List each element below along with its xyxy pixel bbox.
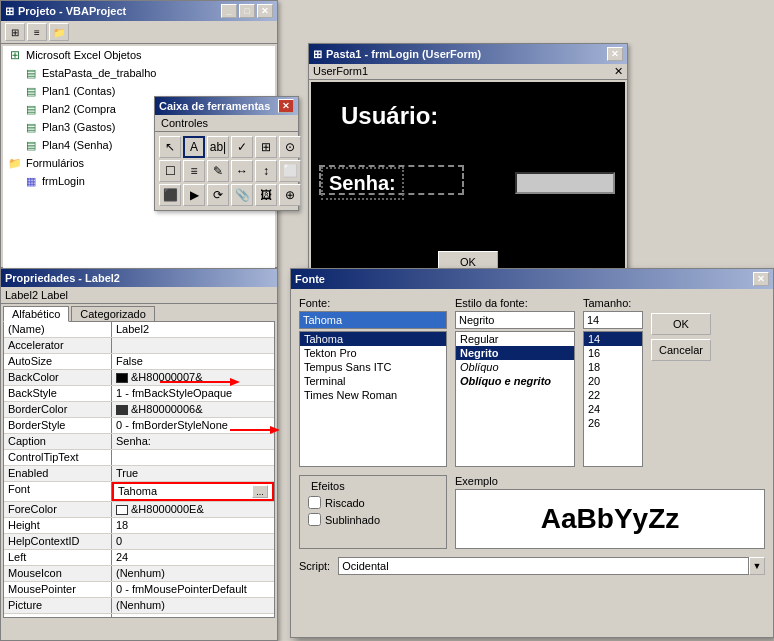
size-item-6[interactable]: 26 [584,416,642,430]
toolbox-close-btn[interactable]: ✕ [278,99,294,113]
props-subtitle: Label2 Label [5,289,68,301]
toolbox-tool-12[interactable]: ⬛ [159,184,181,206]
fonte-close-btn[interactable]: ✕ [753,272,769,286]
userform-title-bar: ⊞ Pasta1 - frmLogin (UserForm) ✕ [309,44,627,64]
userform-close-btn[interactable]: ✕ [607,47,623,61]
toolbox-tool-13[interactable]: ▶ [183,184,205,206]
props-name-cell: Enabled [4,466,112,481]
toolbox-tool-3[interactable]: ✓ [231,136,253,158]
fonte-item-0[interactable]: Tahoma [300,332,446,346]
toolbox-tool-11[interactable]: ⬜ [279,160,301,182]
fonte-item-2[interactable]: Tempus Sans ITC [300,360,446,374]
sheet-icon-0 [23,65,39,81]
fonte-cancelar-btn[interactable]: Cancelar [651,339,711,361]
fonte-top-section: Fonte: TahomaTekton ProTempus Sans ITCTe… [299,297,765,467]
toolbox-tool-5[interactable]: ⊙ [279,136,301,158]
fonte-size-list[interactable]: 14161820222426 [583,331,643,467]
script-dropdown-arrow[interactable]: ▼ [749,557,765,575]
props-value-cell: Senha: [112,434,274,449]
toolbox-tool-14[interactable]: ⟳ [207,184,229,206]
props-value-cell: &H8000000E& [112,502,274,517]
props-title-bar: Propriedades - Label2 [1,269,277,287]
style-item-0[interactable]: Regular [456,332,574,346]
excel-icon [7,47,23,63]
size-item-5[interactable]: 24 [584,402,642,416]
userform-inner-title-bar: UserForm1 ✕ [309,64,627,80]
props-row-borderstyle: BorderStyle0 - fmBorderStyleNone [4,418,274,434]
props-name-cell: PicturePosition [4,614,112,618]
props-name-cell: Caption [4,434,112,449]
toolbox-tool-7[interactable]: ≡ [183,160,205,182]
toolbox-tool-2[interactable]: ab| [207,136,229,158]
tab-alfabetico[interactable]: Alfabético [3,306,69,322]
userform-inner-title: UserForm1 [313,65,368,78]
style-item-3[interactable]: Oblíquo e negrito [456,374,574,388]
props-value-cell[interactable]: Tahoma... [112,482,274,501]
fonte-item-4[interactable]: Times New Roman [300,388,446,402]
props-value-cell: True [112,466,274,481]
tree-item-estapasta[interactable]: EstaPasta_de_trabalho [3,64,275,82]
toolbox-tab-controles[interactable]: Controles [155,115,298,132]
color-swatch [116,505,128,515]
senha-textbox[interactable] [515,172,615,194]
fonte-style-list[interactable]: RegularNegritoOblíquoOblíquo e negrito [455,331,575,467]
props-name-cell: Left [4,550,112,565]
toolbox-tool-9[interactable]: ↔ [231,160,253,182]
fonte-ok-btn[interactable]: OK [651,313,711,335]
props-value-cell: 0 - fmBorderStyleNone [112,418,274,433]
tab-categorizado[interactable]: Categorizado [71,306,154,321]
exemplo-text: AaBbYyZz [541,503,679,535]
size-item-1[interactable]: 16 [584,346,642,360]
toolbox-tool-4[interactable]: ⊞ [255,136,277,158]
style-item-1[interactable]: Negrito [456,346,574,360]
script-input[interactable] [338,557,749,575]
props-row-enabled: EnabledTrue [4,466,274,482]
props-row-mouseicon: MouseIcon(Nenhum) [4,566,274,582]
size-item-2[interactable]: 18 [584,360,642,374]
props-value-cell: 0 - fmMousePointerDefault [112,582,274,597]
props-name-cell: Accelerator [4,338,112,353]
exemplo-box: AaBbYyZz [455,489,765,549]
toolbox-tool-8[interactable]: ✎ [207,160,229,182]
props-grid: (Name)Label2AcceleratorAutoSizeFalseBack… [3,321,275,618]
toolbar-btn-1[interactable]: ⊞ [5,23,25,41]
checkbox-riscado-row: Riscado [308,496,438,509]
fonte-size-col: Tamanho: 14161820222426 [583,297,643,467]
tree-item-root[interactable]: Microsoft Excel Objetos [3,46,275,64]
props-row-pictureposition: PicturePosition7 - fmPicturePositionAbov… [4,614,274,618]
toolbar-btn-3[interactable]: 📁 [49,23,69,41]
toolbox-tool-1[interactable]: A [183,136,205,158]
fonte-item-1[interactable]: Tekton Pro [300,346,446,360]
props-object-name: Label2 Label [1,287,277,304]
props-row-forecolor: ForeColor&H8000000E& [4,502,274,518]
toolbox-tool-16[interactable]: 🖼 [255,184,277,206]
toolbox-tool-17[interactable]: ⊕ [279,184,301,206]
toolbox-tool-10[interactable]: ↕ [255,160,277,182]
fonte-name-list[interactable]: TahomaTekton ProTempus Sans ITCTerminalT… [299,331,447,467]
toolbox-tool-6[interactable]: ☐ [159,160,181,182]
userform-inner-close[interactable]: ✕ [614,65,623,78]
vba-close-btn[interactable]: ✕ [257,4,273,18]
size-item-3[interactable]: 20 [584,374,642,388]
fonte-size-input[interactable] [583,311,643,329]
props-name-cell: BackColor [4,370,112,385]
tree-label-plan4: Plan4 (Senha) [42,139,112,151]
fonte-item-3[interactable]: Terminal [300,374,446,388]
toolbox-tool-15[interactable]: 📎 [231,184,253,206]
checkbox-sublinhado[interactable] [308,513,321,526]
vba-minimize-btn[interactable]: _ [221,4,237,18]
fonte-buttons: OK Cancelar [651,313,711,467]
size-item-0[interactable]: 14 [584,332,642,346]
size-item-4[interactable]: 22 [584,388,642,402]
toolbox-tool-0[interactable]: ↖ [159,136,181,158]
script-select-row: ▼ [338,557,765,575]
font-browse-btn[interactable]: ... [252,485,268,498]
style-item-2[interactable]: Oblíquo [456,360,574,374]
props-value-cell: False [112,354,274,369]
vba-maximize-btn[interactable]: □ [239,4,255,18]
checkbox-riscado[interactable] [308,496,321,509]
fonte-style-input[interactable] [455,311,575,329]
userform-title-icon: ⊞ [313,48,322,61]
toolbar-btn-2[interactable]: ≡ [27,23,47,41]
fonte-name-input[interactable] [299,311,447,329]
